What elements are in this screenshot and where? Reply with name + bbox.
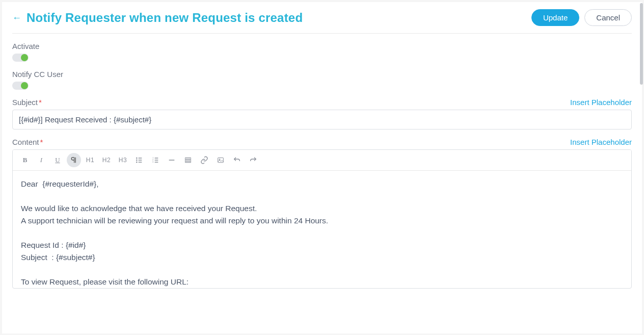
horizontal-rule-button[interactable]: [165, 153, 179, 167]
activate-label: Activate: [12, 42, 632, 50]
underline-button[interactable]: U: [50, 153, 65, 167]
bullet-list-icon: [135, 156, 143, 164]
subject-input[interactable]: [12, 110, 632, 130]
h2-button[interactable]: H2: [99, 153, 114, 167]
content-label: Content*: [12, 138, 43, 146]
update-button[interactable]: Update: [531, 9, 579, 26]
editor-toolbar: B I U H1 H2 H3 123: [13, 150, 631, 171]
svg-rect-13: [185, 158, 191, 162]
notify-cc-field: Notify CC User: [12, 70, 632, 90]
image-button[interactable]: [213, 153, 228, 167]
link-button[interactable]: [197, 153, 211, 167]
h3-button[interactable]: H3: [116, 153, 130, 167]
subject-label: Subject*: [12, 98, 42, 107]
numbered-list-icon: 123: [151, 156, 159, 164]
numbered-list-button[interactable]: 123: [148, 153, 163, 167]
paragraph-button[interactable]: [67, 153, 81, 167]
svg-rect-18: [218, 158, 224, 162]
image-icon: [217, 156, 225, 164]
svg-point-2: [137, 162, 137, 162]
italic-button[interactable]: I: [34, 153, 48, 167]
svg-point-1: [137, 160, 137, 160]
content-insert-placeholder-link[interactable]: Insert Placeholder: [570, 138, 632, 146]
notify-cc-toggle[interactable]: [12, 82, 29, 90]
svg-point-0: [137, 158, 137, 158]
redo-button[interactable]: [246, 153, 260, 167]
subject-field: Subject* Insert Placeholder: [12, 98, 632, 130]
bullet-list-button[interactable]: [132, 153, 146, 167]
page-header: ← Notify Requester when new Request is c…: [12, 9, 632, 34]
bold-button[interactable]: B: [18, 153, 32, 167]
activate-field: Activate: [12, 42, 632, 62]
notify-cc-label: Notify CC User: [12, 70, 632, 79]
table-button[interactable]: [181, 153, 195, 167]
h1-button[interactable]: H1: [83, 153, 97, 167]
table-icon: [184, 156, 192, 164]
editor-content[interactable]: Dear {#requesterId#}, We would like to a…: [13, 171, 631, 288]
pilcrow-icon: [70, 156, 78, 164]
content-field: Content* Insert Placeholder B I U H1 H2 …: [12, 138, 632, 289]
svg-text:3: 3: [152, 161, 154, 163]
subject-insert-placeholder-link[interactable]: Insert Placeholder: [570, 98, 632, 107]
undo-icon: [233, 156, 241, 164]
link-icon: [200, 156, 208, 164]
horizontal-rule-icon: [168, 156, 176, 164]
cancel-button[interactable]: Cancel: [584, 9, 632, 26]
redo-icon: [249, 156, 257, 164]
activate-toggle[interactable]: [12, 54, 29, 62]
back-arrow-icon[interactable]: ←: [12, 13, 21, 22]
rich-text-editor: B I U H1 H2 H3 123: [12, 149, 632, 289]
page-title: Notify Requester when new Request is cre…: [26, 11, 303, 25]
undo-button[interactable]: [230, 153, 244, 167]
